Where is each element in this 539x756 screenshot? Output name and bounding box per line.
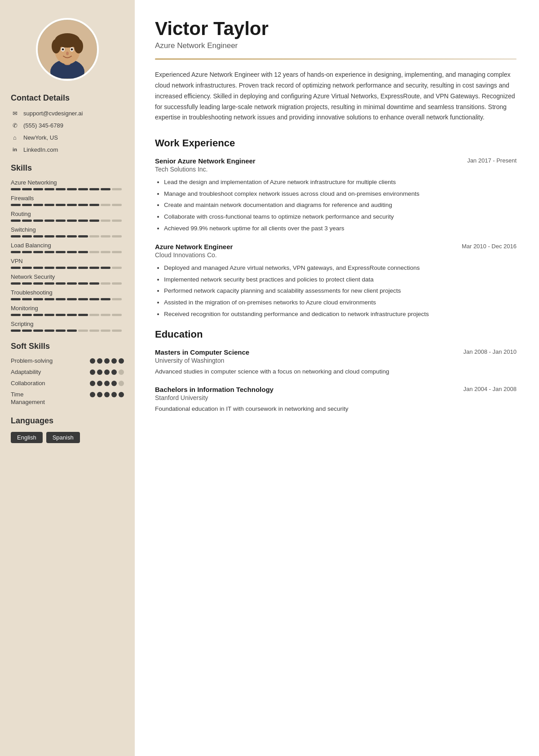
skill-segment-filled [22,330,32,332]
skill-segment-filled [56,204,66,206]
skill-segment-empty [112,188,122,190]
skill-name: Switching [11,226,124,233]
skill-segment-filled [89,188,99,190]
skill-segment-filled [44,251,54,253]
languages-title: Languages [11,416,124,426]
summary: Experienced Azure Network Engineer with … [155,70,517,123]
dots-container [90,369,124,375]
skill-segment-empty [101,204,110,206]
skill-segment-filled [33,314,43,316]
skill-bar [11,282,124,285]
skill-segment-filled [44,188,54,190]
dot-filled [90,392,95,397]
skill-bar [11,220,124,222]
skill-name: Troubleshooting [11,289,124,296]
edu-date: Jan 2004 - Jan 2008 [463,386,517,392]
contact-location-item: ⌂ NewYork, US [11,133,124,141]
soft-skills-list: Problem-solvingAdaptabilityCollaboration… [11,357,124,406]
skill-segment-filled [22,282,32,285]
skill-segment-empty [112,314,122,316]
skill-segment-filled [11,330,21,332]
skill-segment-filled [11,188,21,190]
header-divider [155,58,517,60]
skill-segment-filled [33,330,43,332]
job-company: Cloud Innovations Co. [155,251,517,259]
contact-linkedin: LinkedIn.com [23,146,58,153]
skill-segment-empty [101,282,110,285]
skill-segment-filled [44,267,54,269]
skill-segment-empty [112,251,122,253]
linkedin-icon: in [11,145,19,154]
skill-segment-filled [67,188,77,190]
skill-segment-filled [67,282,77,285]
skill-name: Load Balancing [11,242,124,249]
skill-bar [11,267,124,269]
skill-segment-filled [56,267,66,269]
skill-segment-filled [67,298,77,300]
skill-segment-filled [22,220,32,222]
skill-segment-filled [56,330,66,332]
dot-filled [90,369,95,375]
skill-segment-empty [112,298,122,300]
main-content: Victor Taylor Azure Network Engineer Exp… [135,0,539,756]
skill-segment-filled [44,298,54,300]
soft-skill-name: Collaboration [11,380,90,387]
education-title: Education [155,329,517,340]
skill-segment-empty [89,330,99,332]
dot-filled [104,381,110,386]
dot-filled [104,369,110,375]
skill-segment-filled [56,298,66,300]
skill-segment-filled [22,251,32,253]
skill-segment-filled [33,267,43,269]
skill-segment-filled [78,314,88,316]
candidate-name: Victor Taylor [155,18,517,40]
edu-description: Foundational education in IT with course… [155,404,517,414]
job-header: Senior Azure Network EngineerJan 2017 - … [155,157,517,165]
job-bullet: Deployed and managed Azure virtual netwo… [164,263,517,273]
skill-segment-empty [112,235,122,237]
skill-segment-empty [112,330,122,332]
edu-description: Advanced studies in computer science wit… [155,367,517,377]
skill-segment-filled [11,235,21,237]
skill-segment-filled [11,204,21,206]
contact-email: support@cvdesigner.ai [23,110,83,117]
skill-bar [11,235,124,237]
skill-segment-filled [67,314,77,316]
skill-segment-filled [101,267,110,269]
dot-filled [97,381,102,386]
skill-segment-filled [67,204,77,206]
skill-segment-filled [33,188,43,190]
job-bullet: Lead the design and implementation of Az… [164,177,517,187]
dot-filled [104,358,110,364]
edu-school: University of Washington [155,357,517,364]
contact-phone: (555) 345-6789 [23,122,63,129]
skill-segment-filled [22,298,32,300]
contact-email-item: ✉ support@cvdesigner.ai [11,109,124,117]
skill-segment-filled [89,298,99,300]
phone-icon: ✆ [11,121,19,129]
skill-segment-filled [22,267,32,269]
skill-segment-filled [44,235,54,237]
skill-segment-filled [78,220,88,222]
edu-degree: Masters in Computer Science [155,348,249,356]
skill-segment-filled [78,267,88,269]
skills-list: Azure NetworkingFirewallsRoutingSwitchin… [11,179,124,332]
skill-segment-filled [22,314,32,316]
svg-point-6 [74,39,83,53]
soft-skill-row: Problem-solving [11,357,124,364]
skill-segment-empty [101,251,110,253]
skill-segment-empty [78,330,88,332]
skill-segment-filled [78,235,88,237]
contact-location: NewYork, US [23,134,58,141]
language-tags: EnglishSpanish [11,432,124,443]
skill-bar [11,251,124,253]
skill-segment-filled [89,282,99,285]
job-title: Azure Network Engineer [155,243,233,251]
skill-segment-empty [89,235,99,237]
job-bullet: Achieved 99.9% network uptime for all cl… [164,224,517,233]
skill-segment-filled [67,220,77,222]
skill-segment-filled [11,314,21,316]
job-bullet: Collaborate with cross-functional teams … [164,212,517,222]
skill-segment-filled [101,188,110,190]
skill-segment-filled [33,251,43,253]
